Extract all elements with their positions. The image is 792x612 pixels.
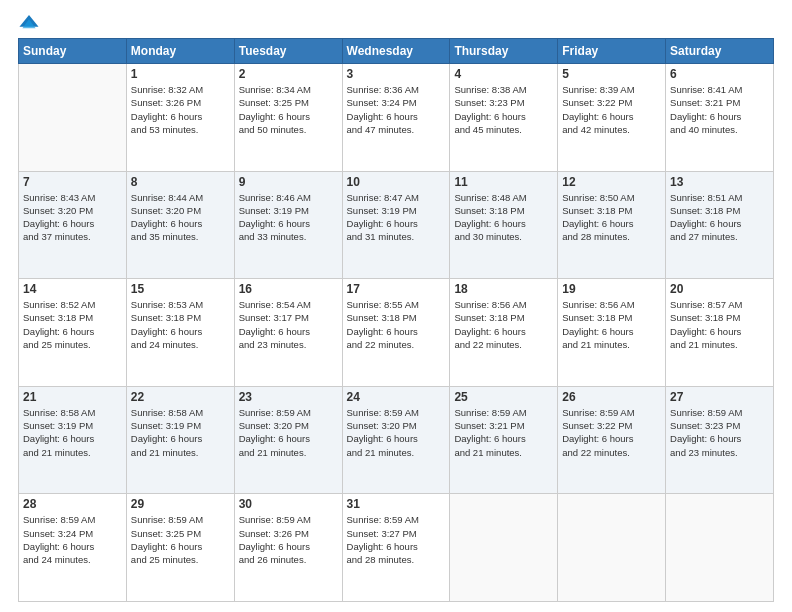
day-number: 6: [670, 67, 769, 81]
calendar-cell: 28Sunrise: 8:59 AMSunset: 3:24 PMDayligh…: [19, 494, 127, 602]
day-info: Sunrise: 8:32 AMSunset: 3:26 PMDaylight:…: [131, 83, 230, 136]
day-info: Sunrise: 8:59 AMSunset: 3:21 PMDaylight:…: [454, 406, 553, 459]
calendar-cell: 22Sunrise: 8:58 AMSunset: 3:19 PMDayligh…: [126, 386, 234, 494]
day-number: 30: [239, 497, 338, 511]
day-number: 19: [562, 282, 661, 296]
day-number: 10: [347, 175, 446, 189]
calendar-cell: 2Sunrise: 8:34 AMSunset: 3:25 PMDaylight…: [234, 64, 342, 172]
calendar-cell: 3Sunrise: 8:36 AMSunset: 3:24 PMDaylight…: [342, 64, 450, 172]
day-info: Sunrise: 8:41 AMSunset: 3:21 PMDaylight:…: [670, 83, 769, 136]
day-info: Sunrise: 8:58 AMSunset: 3:19 PMDaylight:…: [23, 406, 122, 459]
day-number: 2: [239, 67, 338, 81]
page: SundayMondayTuesdayWednesdayThursdayFrid…: [0, 0, 792, 612]
day-number: 18: [454, 282, 553, 296]
calendar-cell: [666, 494, 774, 602]
day-info: Sunrise: 8:59 AMSunset: 3:27 PMDaylight:…: [347, 513, 446, 566]
weekday-header: Tuesday: [234, 39, 342, 64]
calendar-week-row: 28Sunrise: 8:59 AMSunset: 3:24 PMDayligh…: [19, 494, 774, 602]
day-number: 3: [347, 67, 446, 81]
day-number: 1: [131, 67, 230, 81]
calendar-cell: 10Sunrise: 8:47 AMSunset: 3:19 PMDayligh…: [342, 171, 450, 279]
day-number: 12: [562, 175, 661, 189]
day-info: Sunrise: 8:54 AMSunset: 3:17 PMDaylight:…: [239, 298, 338, 351]
calendar-cell: 14Sunrise: 8:52 AMSunset: 3:18 PMDayligh…: [19, 279, 127, 387]
day-number: 29: [131, 497, 230, 511]
calendar-cell: [450, 494, 558, 602]
day-number: 23: [239, 390, 338, 404]
calendar-cell: 15Sunrise: 8:53 AMSunset: 3:18 PMDayligh…: [126, 279, 234, 387]
calendar-week-row: 14Sunrise: 8:52 AMSunset: 3:18 PMDayligh…: [19, 279, 774, 387]
day-info: Sunrise: 8:34 AMSunset: 3:25 PMDaylight:…: [239, 83, 338, 136]
calendar-table: SundayMondayTuesdayWednesdayThursdayFrid…: [18, 38, 774, 602]
weekday-header: Friday: [558, 39, 666, 64]
day-number: 25: [454, 390, 553, 404]
logo-icon: [18, 12, 40, 34]
day-info: Sunrise: 8:52 AMSunset: 3:18 PMDaylight:…: [23, 298, 122, 351]
calendar-cell: 30Sunrise: 8:59 AMSunset: 3:26 PMDayligh…: [234, 494, 342, 602]
day-info: Sunrise: 8:56 AMSunset: 3:18 PMDaylight:…: [562, 298, 661, 351]
day-number: 13: [670, 175, 769, 189]
calendar-cell: 8Sunrise: 8:44 AMSunset: 3:20 PMDaylight…: [126, 171, 234, 279]
calendar-cell: [19, 64, 127, 172]
day-number: 15: [131, 282, 230, 296]
day-info: Sunrise: 8:59 AMSunset: 3:20 PMDaylight:…: [239, 406, 338, 459]
calendar-cell: 26Sunrise: 8:59 AMSunset: 3:22 PMDayligh…: [558, 386, 666, 494]
weekday-header: Sunday: [19, 39, 127, 64]
day-number: 8: [131, 175, 230, 189]
calendar-cell: 21Sunrise: 8:58 AMSunset: 3:19 PMDayligh…: [19, 386, 127, 494]
day-info: Sunrise: 8:51 AMSunset: 3:18 PMDaylight:…: [670, 191, 769, 244]
day-info: Sunrise: 8:44 AMSunset: 3:20 PMDaylight:…: [131, 191, 230, 244]
calendar-header: SundayMondayTuesdayWednesdayThursdayFrid…: [19, 39, 774, 64]
weekday-header: Saturday: [666, 39, 774, 64]
calendar-cell: 20Sunrise: 8:57 AMSunset: 3:18 PMDayligh…: [666, 279, 774, 387]
day-number: 14: [23, 282, 122, 296]
day-number: 16: [239, 282, 338, 296]
calendar-cell: 7Sunrise: 8:43 AMSunset: 3:20 PMDaylight…: [19, 171, 127, 279]
calendar-cell: 16Sunrise: 8:54 AMSunset: 3:17 PMDayligh…: [234, 279, 342, 387]
calendar-cell: 29Sunrise: 8:59 AMSunset: 3:25 PMDayligh…: [126, 494, 234, 602]
calendar-week-row: 1Sunrise: 8:32 AMSunset: 3:26 PMDaylight…: [19, 64, 774, 172]
day-number: 31: [347, 497, 446, 511]
calendar-cell: [558, 494, 666, 602]
day-number: 4: [454, 67, 553, 81]
calendar-cell: 24Sunrise: 8:59 AMSunset: 3:20 PMDayligh…: [342, 386, 450, 494]
day-info: Sunrise: 8:46 AMSunset: 3:19 PMDaylight:…: [239, 191, 338, 244]
day-info: Sunrise: 8:59 AMSunset: 3:22 PMDaylight:…: [562, 406, 661, 459]
day-number: 17: [347, 282, 446, 296]
calendar-week-row: 21Sunrise: 8:58 AMSunset: 3:19 PMDayligh…: [19, 386, 774, 494]
calendar-cell: 23Sunrise: 8:59 AMSunset: 3:20 PMDayligh…: [234, 386, 342, 494]
day-number: 11: [454, 175, 553, 189]
header: [18, 10, 774, 34]
day-info: Sunrise: 8:47 AMSunset: 3:19 PMDaylight:…: [347, 191, 446, 244]
calendar-cell: 17Sunrise: 8:55 AMSunset: 3:18 PMDayligh…: [342, 279, 450, 387]
day-info: Sunrise: 8:59 AMSunset: 3:20 PMDaylight:…: [347, 406, 446, 459]
day-info: Sunrise: 8:48 AMSunset: 3:18 PMDaylight:…: [454, 191, 553, 244]
day-info: Sunrise: 8:36 AMSunset: 3:24 PMDaylight:…: [347, 83, 446, 136]
weekday-row: SundayMondayTuesdayWednesdayThursdayFrid…: [19, 39, 774, 64]
logo: [18, 14, 44, 34]
day-info: Sunrise: 8:50 AMSunset: 3:18 PMDaylight:…: [562, 191, 661, 244]
day-info: Sunrise: 8:53 AMSunset: 3:18 PMDaylight:…: [131, 298, 230, 351]
day-info: Sunrise: 8:58 AMSunset: 3:19 PMDaylight:…: [131, 406, 230, 459]
day-number: 27: [670, 390, 769, 404]
day-info: Sunrise: 8:59 AMSunset: 3:23 PMDaylight:…: [670, 406, 769, 459]
day-number: 21: [23, 390, 122, 404]
day-info: Sunrise: 8:59 AMSunset: 3:24 PMDaylight:…: [23, 513, 122, 566]
day-number: 26: [562, 390, 661, 404]
calendar-cell: 18Sunrise: 8:56 AMSunset: 3:18 PMDayligh…: [450, 279, 558, 387]
day-number: 24: [347, 390, 446, 404]
day-info: Sunrise: 8:55 AMSunset: 3:18 PMDaylight:…: [347, 298, 446, 351]
day-info: Sunrise: 8:57 AMSunset: 3:18 PMDaylight:…: [670, 298, 769, 351]
calendar-cell: 27Sunrise: 8:59 AMSunset: 3:23 PMDayligh…: [666, 386, 774, 494]
calendar-cell: 11Sunrise: 8:48 AMSunset: 3:18 PMDayligh…: [450, 171, 558, 279]
calendar-body: 1Sunrise: 8:32 AMSunset: 3:26 PMDaylight…: [19, 64, 774, 602]
day-number: 28: [23, 497, 122, 511]
day-number: 7: [23, 175, 122, 189]
calendar-cell: 4Sunrise: 8:38 AMSunset: 3:23 PMDaylight…: [450, 64, 558, 172]
calendar-week-row: 7Sunrise: 8:43 AMSunset: 3:20 PMDaylight…: [19, 171, 774, 279]
calendar-cell: 19Sunrise: 8:56 AMSunset: 3:18 PMDayligh…: [558, 279, 666, 387]
calendar-cell: 9Sunrise: 8:46 AMSunset: 3:19 PMDaylight…: [234, 171, 342, 279]
day-number: 9: [239, 175, 338, 189]
weekday-header: Monday: [126, 39, 234, 64]
calendar-cell: 13Sunrise: 8:51 AMSunset: 3:18 PMDayligh…: [666, 171, 774, 279]
